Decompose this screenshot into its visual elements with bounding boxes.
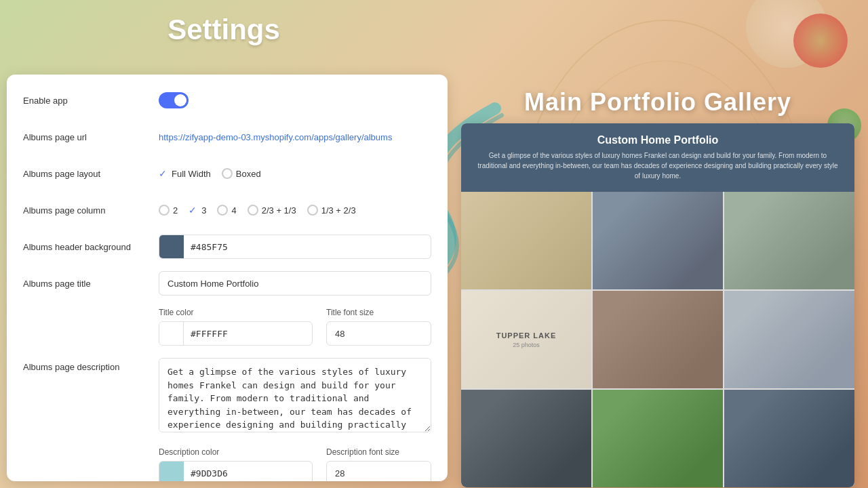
column-4-label: 4 xyxy=(231,205,236,216)
albums-page-url-label: Albums page url xyxy=(23,132,159,142)
preview-header-title: Custom Home Portfolio xyxy=(475,134,841,146)
albums-page-description-value: Get a glimpse of the various styles of l… xyxy=(159,358,431,435)
albums-page-column-label: Albums page column xyxy=(23,205,159,216)
header-bg-color-input xyxy=(159,235,431,259)
album-sub: 25 photos xyxy=(513,342,540,348)
albums-page-url-row: Albums page url https://zifyapp-demo-03.… xyxy=(23,125,431,149)
column-radio-group: 2 ✓ 3 4 2/3 + 1/3 1/3 + 2/3 xyxy=(159,205,431,216)
column-1-3-option[interactable]: 1/3 + 2/3 xyxy=(307,205,356,216)
title-font-size-label: Title font size xyxy=(326,308,431,317)
layout-full-width-label: Full Width xyxy=(172,169,211,179)
title-color-swatch[interactable] xyxy=(159,321,184,346)
preview-area: Main Portfolio Gallery Custom Home Portf… xyxy=(461,88,854,468)
preview-image-9 xyxy=(724,390,854,487)
column-2-radio xyxy=(159,205,170,216)
preview-image-2 xyxy=(593,192,723,289)
albums-page-title-label: Albums page title xyxy=(23,279,159,289)
albums-page-column-row: Albums page column 2 ✓ 3 4 2/3 + 1/3 xyxy=(23,198,431,222)
preview-header-description: Get a glimpse of the various styles of l… xyxy=(475,150,841,181)
albums-page-layout-row: Albums page layout ✓ Full Width Boxed xyxy=(23,161,431,186)
column-2-option[interactable]: 2 xyxy=(159,205,178,216)
deco-circle-2 xyxy=(793,14,848,68)
preview-image-8 xyxy=(593,390,723,487)
column-4-radio xyxy=(217,205,228,216)
column-3-label: 3 xyxy=(201,205,206,216)
layout-full-width-check: ✓ xyxy=(159,168,167,179)
layout-boxed-option[interactable]: Boxed xyxy=(222,168,261,179)
preview-image-4-album: TUPPER LAKE 25 photos xyxy=(461,291,591,388)
description-color-hex-input[interactable] xyxy=(184,468,312,479)
layout-boxed-label: Boxed xyxy=(236,169,261,179)
title-style-row: Title color Title font size xyxy=(159,308,431,346)
albums-page-url-value: https://zifyapp-demo-03.myshopify.com/ap… xyxy=(159,131,431,143)
preview-image-6 xyxy=(724,291,854,388)
preview-card: Custom Home Portfolio Get a glimpse of t… xyxy=(461,123,854,487)
description-style-row: Description color Description font size xyxy=(159,447,431,481)
preview-image-5 xyxy=(593,291,723,388)
enable-app-toggle[interactable] xyxy=(159,92,189,108)
preview-image-1 xyxy=(461,192,591,289)
settings-panel: Enable app Albums page url https://zifya… xyxy=(7,75,448,481)
albums-page-title-row: Albums page title xyxy=(23,271,431,296)
page-title: Settings xyxy=(0,14,448,46)
column-2-3-label: 2/3 + 1/3 xyxy=(262,205,296,216)
albums-header-background-row: Albums header background xyxy=(23,235,431,259)
title-color-input xyxy=(159,321,313,346)
column-2-3-option[interactable]: 2/3 + 1/3 xyxy=(248,205,296,216)
enable-app-label: Enable app xyxy=(23,96,159,106)
albums-page-title-value xyxy=(159,271,431,296)
preview-header: Custom Home Portfolio Get a glimpse of t… xyxy=(461,123,854,192)
column-2-label: 2 xyxy=(173,205,178,216)
albums-page-column-value: 2 ✓ 3 4 2/3 + 1/3 1/3 + 2/3 xyxy=(159,205,431,216)
header-bg-hex-input[interactable] xyxy=(184,242,431,252)
layout-full-width-option[interactable]: ✓ Full Width xyxy=(159,168,211,179)
enable-app-row: Enable app xyxy=(23,88,431,113)
page-title-area: Settings xyxy=(0,14,448,46)
layout-radio-group: ✓ Full Width Boxed xyxy=(159,168,431,179)
albums-page-layout-label: Albums page layout xyxy=(23,169,159,179)
albums-header-background-label: Albums header background xyxy=(23,242,159,252)
title-color-group: Title color xyxy=(159,308,313,346)
albums-page-layout-value: ✓ Full Width Boxed xyxy=(159,168,431,179)
description-font-size-label: Description font size xyxy=(326,447,431,457)
albums-page-description-row: Albums page description Get a glimpse of… xyxy=(23,358,431,435)
album-label: TUPPER LAKE xyxy=(496,331,557,340)
column-1-3-radio xyxy=(307,205,318,216)
albums-page-url-link[interactable]: https://zifyapp-demo-03.myshopify.com/ap… xyxy=(159,132,392,142)
column-2-3-radio xyxy=(248,205,258,216)
column-4-option[interactable]: 4 xyxy=(217,205,236,216)
layout-boxed-radio xyxy=(222,168,233,179)
title-color-hex-input[interactable] xyxy=(184,329,312,339)
column-3-option[interactable]: ✓ 3 xyxy=(189,205,206,216)
column-3-check: ✓ xyxy=(189,205,197,216)
description-color-label: Description color xyxy=(159,447,313,457)
albums-page-description-label: Albums page description xyxy=(23,358,159,372)
description-color-group: Description color xyxy=(159,447,313,481)
description-color-swatch[interactable] xyxy=(159,461,184,481)
albums-page-description-input[interactable]: Get a glimpse of the various styles of l… xyxy=(159,358,431,432)
description-font-size-input[interactable] xyxy=(326,461,431,481)
title-font-size-group: Title font size xyxy=(326,308,431,346)
title-color-label: Title color xyxy=(159,308,313,317)
albums-header-background-value xyxy=(159,235,431,259)
enable-app-value xyxy=(159,92,431,108)
title-font-size-input[interactable] xyxy=(326,321,431,346)
column-1-3-label: 1/3 + 2/3 xyxy=(321,205,356,216)
albums-page-title-input[interactable] xyxy=(159,271,431,296)
preview-grid: TUPPER LAKE 25 photos xyxy=(461,192,854,487)
description-font-size-group: Description font size xyxy=(326,447,431,481)
preview-image-7 xyxy=(461,390,591,487)
preview-image-3 xyxy=(724,192,854,289)
description-color-input xyxy=(159,461,313,481)
preview-title: Main Portfolio Gallery xyxy=(461,88,854,117)
header-bg-swatch[interactable] xyxy=(159,235,184,259)
